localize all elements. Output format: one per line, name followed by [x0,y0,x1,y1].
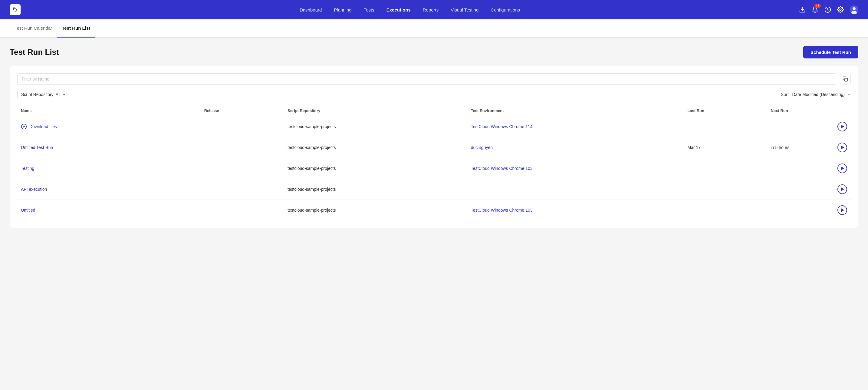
cell-name: Untitled [17,200,200,221]
svg-rect-6 [845,79,848,82]
run-record-icon [21,124,27,129]
row-name-link[interactable]: Download files [29,124,57,129]
nav-visual-testing[interactable]: Visual Testing [451,7,478,12]
cell-next-run [767,179,834,200]
copy-icon-button[interactable] [840,73,851,85]
page-title: Test Run List [10,48,59,57]
cell-release [200,158,284,179]
cell-next-run [767,158,834,179]
col-header-nextrun: Next Run [767,106,834,116]
svg-marker-9 [841,124,844,129]
notification-icon[interactable]: 15 [812,6,818,13]
svg-point-2 [840,9,841,10]
row-name-link[interactable]: Untitled Test Run [21,145,53,150]
col-header-env: Test Environment [467,106,684,116]
controls-row: Script Repository: All Sort: Date Modifi… [17,90,851,99]
table-header: Name Release Script Repository Test Envi… [17,106,851,116]
cell-last-run [684,179,767,200]
nav-planning[interactable]: Planning [334,7,351,12]
svg-marker-12 [841,187,844,191]
cell-repo: testcloud-sample-projects [284,158,467,179]
cell-next-run [767,200,834,221]
cell-action [834,116,851,137]
cell-repo: testcloud-sample-projects [284,137,467,158]
play-run-button[interactable] [837,122,847,131]
settings-icon[interactable] [837,6,844,13]
table-body: Download filestestcloud-sample-projectsT… [17,116,851,221]
cell-name: Testing [17,158,200,179]
cell-release [200,137,284,158]
nav-executions[interactable]: Executions [386,7,411,12]
svg-point-4 [852,7,856,10]
cell-repo: testcloud-sample-projects [284,200,467,221]
cell-last-run [684,158,767,179]
table-row: Download filestestcloud-sample-projectsT… [17,116,851,137]
play-run-button[interactable] [837,143,847,152]
col-header-name: Name [17,106,200,116]
schedule-test-run-button[interactable]: Schedule Test Run [803,46,858,58]
cell-action [834,200,851,221]
row-name-link[interactable]: Testing [21,166,34,171]
nav-dashboard[interactable]: Dashboard [300,7,322,12]
cell-env [467,179,684,200]
nav-configurations[interactable]: Configurations [491,7,520,12]
repo-filter-label: Script Repository: All [21,92,60,97]
row-name-link[interactable]: Untitled [21,208,35,213]
cell-name: API execution [17,179,200,200]
env-link[interactable]: TestCloud Windows Chrome 114 [471,124,533,129]
cell-next-run: in 5 hours [767,137,834,158]
svg-marker-8 [23,126,25,128]
table-container: Script Repository: All Sort: Date Modifi… [10,66,858,228]
row-name-link[interactable]: API execution [21,187,47,192]
download-icon[interactable] [799,6,806,13]
cell-release [200,116,284,137]
col-header-action [834,106,851,116]
cell-last-run [684,116,767,137]
cell-repo: testcloud-sample-projects [284,116,467,137]
sort-row: Sort: Date Modified (Descending) [781,92,851,97]
play-run-button[interactable] [837,205,847,215]
tab-test-run-list[interactable]: Test Run List [57,19,95,37]
sort-select-dropdown[interactable]: Date Modified (Descending) [792,92,851,97]
main-nav: Dashboard Planning Tests Executions Repo… [33,7,787,12]
table-row: API executiontestcloud-sample-projects [17,179,851,200]
cell-env: TestCloud Windows Chrome 103 [467,200,684,221]
cell-last-run: Mar 17 [684,137,767,158]
svg-marker-10 [841,145,844,150]
tabs-bar: Test Run Calendar Test Run List [0,19,868,37]
cell-release [200,200,284,221]
sort-label: Sort: [781,92,790,97]
col-header-repo: Script Repository [284,106,467,116]
page-content: Test Run List Schedule Test Run Script R… [0,37,868,237]
svg-marker-13 [841,208,844,212]
filter-row [17,73,851,85]
tab-test-run-calendar[interactable]: Test Run Calendar [10,19,57,37]
svg-marker-11 [841,166,844,171]
user-avatar[interactable] [850,5,858,14]
table-row: Untitledtestcloud-sample-projectsTestClo… [17,200,851,221]
history-icon[interactable] [825,6,831,13]
cell-next-run [767,116,834,137]
table-row: Untitled Test Runtestcloud-sample-projec… [17,137,851,158]
play-run-button[interactable] [837,184,847,194]
cell-last-run [684,200,767,221]
env-link[interactable]: duc nguyen [471,145,493,150]
cell-env: duc nguyen [467,137,684,158]
play-run-button[interactable] [837,163,847,173]
repo-filter-dropdown[interactable]: Script Repository: All [17,90,70,99]
cell-action [834,158,851,179]
app-logo[interactable] [10,4,21,15]
sort-value: Date Modified (Descending) [792,92,845,97]
main-header: Dashboard Planning Tests Executions Repo… [0,0,868,19]
env-link[interactable]: TestCloud Windows Chrome 103 [471,166,533,171]
test-run-table: Name Release Script Repository Test Envi… [17,106,851,220]
cell-action [834,179,851,200]
nav-tests[interactable]: Tests [364,7,374,12]
cell-repo: testcloud-sample-projects [284,179,467,200]
cell-name: Untitled Test Run [17,137,200,158]
cell-name: Download files [17,116,200,137]
cell-env: TestCloud Windows Chrome 114 [467,116,684,137]
env-link[interactable]: TestCloud Windows Chrome 103 [471,208,533,213]
filter-by-name-input[interactable] [17,73,836,85]
nav-reports[interactable]: Reports [423,7,439,12]
